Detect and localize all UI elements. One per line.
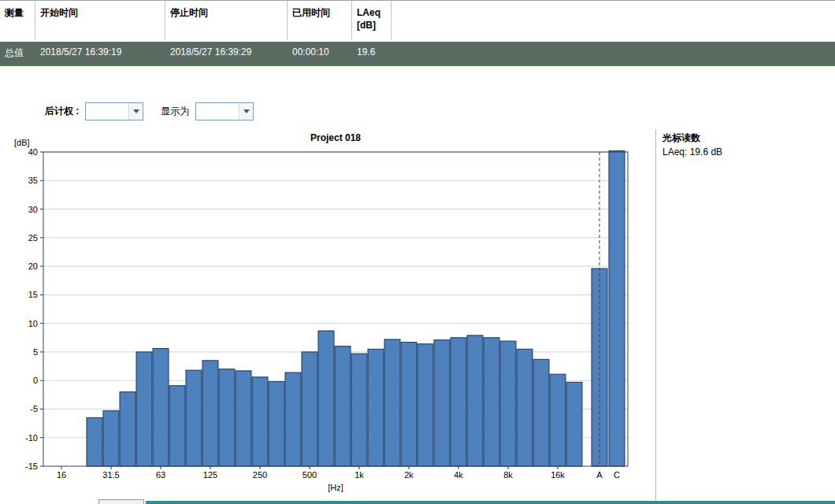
column-header-elapsed-time: 已用时间 xyxy=(288,1,352,40)
spectrum-bar-40[interactable] xyxy=(120,392,135,466)
y-tick-label: -10 xyxy=(25,433,38,443)
spectrum-bar-1k[interactable] xyxy=(351,354,367,466)
row-label: 总值 xyxy=(0,42,35,65)
x-tick-label: A xyxy=(596,470,603,480)
x-tick-label: 2k xyxy=(404,470,414,480)
spectrum-bar-400[interactable] xyxy=(285,372,301,466)
spectrum-bar-12.5k[interactable] xyxy=(533,359,549,466)
y-tick-label: 30 xyxy=(28,205,38,214)
x-tick-label: 63 xyxy=(156,470,165,480)
y-tick-label: 25 xyxy=(28,233,38,243)
spectrum-bar-5k[interactable] xyxy=(467,335,483,466)
x-tick-label: C xyxy=(614,470,620,480)
y-tick-label: 0 xyxy=(33,376,38,385)
column-header-measurement: 测量 xyxy=(0,1,35,40)
spectrum-bar-16k[interactable] xyxy=(550,374,566,466)
spectrum-bar-630[interactable] xyxy=(318,331,334,466)
cursor-readout-panel: 光标读数 LAeq: 19.6 dB xyxy=(662,131,722,159)
spectrum-bar-80[interactable] xyxy=(169,386,185,466)
post-weighting-dropdown[interactable] xyxy=(85,102,143,120)
bottom-tab-active-edge[interactable] xyxy=(146,501,835,504)
y-tick-label: 15 xyxy=(28,290,38,299)
chart-controls: 后计权 : 显示为 xyxy=(45,101,835,121)
post-weighting-label: 后计权 : xyxy=(45,105,79,118)
spectrum-bar-125[interactable] xyxy=(202,361,218,466)
spectrum-bar-8k[interactable] xyxy=(500,341,516,466)
row-filler xyxy=(392,42,835,65)
x-tick-label: 31.5 xyxy=(102,470,119,480)
y-tick-label: 20 xyxy=(28,261,38,271)
y-tick-label: 5 xyxy=(33,347,38,357)
column-header-stop-time: 停止时间 xyxy=(165,1,288,40)
x-tick-label: 8k xyxy=(503,470,513,480)
start-time-value: 2018/5/27 16:39:19 xyxy=(35,42,165,65)
stop-time-value: 2018/5/27 16:39:29 xyxy=(165,42,288,65)
y-tick-label: -15 xyxy=(25,461,38,471)
broadband-bar-C[interactable] xyxy=(609,151,625,466)
panel-divider xyxy=(655,129,656,501)
column-header-laeq: LAeq [dB] xyxy=(352,1,392,40)
elapsed-time-value: 00:00:10 xyxy=(288,42,352,65)
spectrum-bar-10k[interactable] xyxy=(517,349,533,466)
x-tick-label: 4k xyxy=(454,470,463,480)
spectrum-chart[interactable]: -15-10-50510152025303540AC1631.563125250… xyxy=(0,128,662,504)
y-tick-label: -5 xyxy=(30,404,38,413)
display-as-dropdown[interactable] xyxy=(195,102,254,120)
spectrum-bar-100[interactable] xyxy=(186,370,202,466)
spectrum-bar-200[interactable] xyxy=(236,371,251,466)
x-tick-label: 16 xyxy=(57,470,66,480)
spectrum-bar-2k[interactable] xyxy=(401,343,417,466)
x-tick-label: 500 xyxy=(302,470,317,480)
results-table-header: 测量 开始时间 停止时间 已用时间 LAeq [dB] xyxy=(0,0,835,40)
table-row[interactable]: 总值 2018/5/27 16:39:19 2018/5/27 16:39:29… xyxy=(0,42,835,66)
y-axis-label: [dB] xyxy=(14,138,30,147)
laeq-value: 19.6 xyxy=(352,42,392,65)
y-tick-label: 35 xyxy=(28,176,38,185)
x-tick-label: 1k xyxy=(354,470,364,480)
x-tick-label: 250 xyxy=(253,470,267,480)
spectrum-bar-6.3k[interactable] xyxy=(484,338,499,466)
spectrum-bar-160[interactable] xyxy=(219,369,235,466)
spectrum-bar-500[interactable] xyxy=(302,352,317,466)
spectrum-bar-3.15k[interactable] xyxy=(434,340,450,466)
spectrum-bar-2.5k[interactable] xyxy=(418,344,433,466)
spectrum-bar-250[interactable] xyxy=(252,377,268,466)
y-tick-label: 40 xyxy=(28,147,38,157)
display-as-label: 显示为 xyxy=(161,105,189,118)
spectrum-bar-315[interactable] xyxy=(269,382,284,466)
x-axis-label: [Hz] xyxy=(328,483,343,492)
chart-region: Project 018 -15-10-50510152025303540AC16… xyxy=(0,128,835,504)
spectrum-bar-63[interactable] xyxy=(153,349,169,466)
spectrum-bar-1.25k[interactable] xyxy=(368,349,384,466)
chevron-down-icon xyxy=(128,103,143,120)
x-tick-label: 125 xyxy=(203,470,217,480)
spectrum-bar-4k[interactable] xyxy=(451,338,466,466)
cursor-readout-value: LAeq: 19.6 dB xyxy=(662,145,722,159)
spectrum-bar-1.6k[interactable] xyxy=(384,339,400,466)
spectrum-bar-20k[interactable] xyxy=(566,382,582,466)
bottom-tab-stub[interactable] xyxy=(98,499,144,504)
spectrum-bar-25[interactable] xyxy=(87,417,102,466)
spectrum-bar-50[interactable] xyxy=(136,352,152,466)
cursor-readout-title: 光标读数 xyxy=(662,131,722,145)
spectrum-bar-31.5[interactable] xyxy=(103,411,119,466)
column-header-start-time: 开始时间 xyxy=(35,1,165,40)
y-tick-label: 10 xyxy=(28,319,38,328)
column-header-filler xyxy=(392,1,835,40)
chevron-down-icon xyxy=(239,103,253,120)
x-tick-label: 16k xyxy=(551,470,565,480)
spectrum-bar-800[interactable] xyxy=(335,346,351,466)
